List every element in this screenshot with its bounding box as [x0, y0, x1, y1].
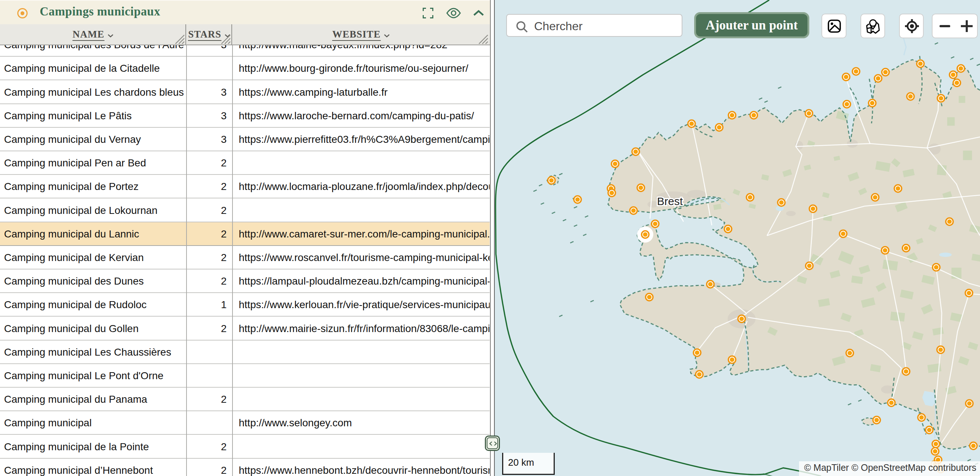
svg-text:Brest: Brest: [657, 195, 683, 207]
